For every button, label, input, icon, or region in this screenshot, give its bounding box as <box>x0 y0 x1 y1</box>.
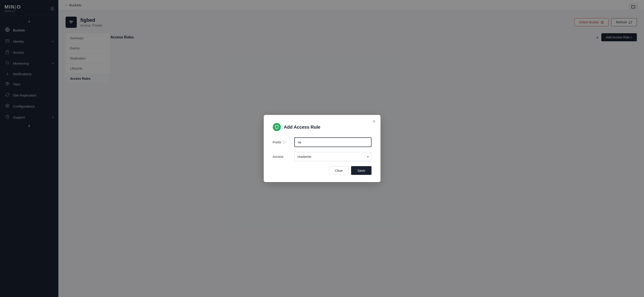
prefix-label: Prefix ⓘ <box>273 140 291 144</box>
clear-button[interactable]: Clear <box>329 166 348 175</box>
access-row: Access readonly writeonly readwrite ▾ <box>273 152 372 161</box>
prefix-row: Prefix ⓘ <box>273 138 372 147</box>
modal-close-button[interactable]: × <box>372 119 376 124</box>
add-access-rule-modal: × Add Access Rule Prefix ⓘ Access reado <box>264 115 380 182</box>
main-content: ← Buckets figbed Access: Private Delete … <box>58 0 644 297</box>
prefix-help-icon[interactable]: ⓘ <box>282 140 286 144</box>
access-label: Access <box>273 155 291 158</box>
access-select-wrap: readonly writeonly readwrite ▾ <box>294 152 372 161</box>
modal-header: Add Access Rule <box>273 123 372 131</box>
modal-title: Add Access Rule <box>284 124 320 130</box>
prefix-input[interactable] <box>294 138 372 147</box>
modal-overlay: × Add Access Rule Prefix ⓘ Access reado <box>58 0 644 297</box>
modal-shield-icon <box>273 123 281 131</box>
modal-actions: Clear Save <box>273 166 372 175</box>
save-button[interactable]: Save <box>351 166 371 175</box>
access-select[interactable]: readonly writeonly readwrite <box>294 152 372 161</box>
